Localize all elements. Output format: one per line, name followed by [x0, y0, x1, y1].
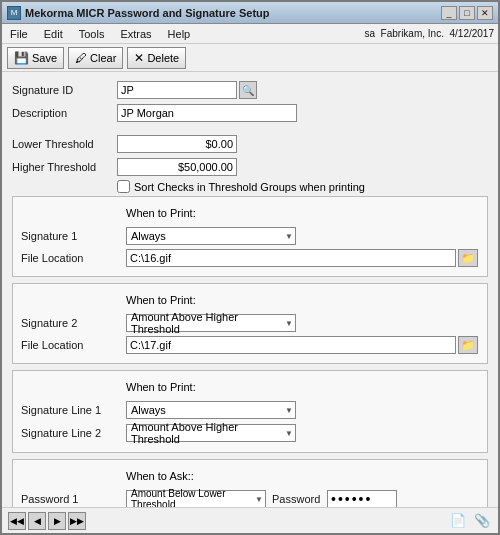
sig2-section-label: When to Print:	[126, 294, 196, 306]
password-section: When to Ask:: Password 1 Amount Below Lo…	[12, 459, 488, 507]
sort-checks-row: Sort Checks in Threshold Groups when pri…	[117, 180, 488, 193]
sig1-when-select[interactable]: Always ▼	[126, 227, 296, 245]
sig2-file-row: File Location 📁	[21, 336, 479, 354]
description-label: Description	[12, 107, 117, 119]
sigline-section-label: When to Print:	[126, 381, 196, 393]
lower-threshold-input[interactable]	[117, 135, 237, 153]
pwd1-chevron-down-icon: ▼	[255, 495, 263, 504]
app-icon: M	[7, 6, 21, 20]
menu-tools[interactable]: Tools	[75, 27, 109, 41]
pwd1-password-label: Password	[272, 493, 327, 505]
sig1-when-to-print-row: When to Print:	[21, 203, 479, 223]
delete-label: Delete	[147, 52, 179, 64]
sort-checks-checkbox[interactable]	[117, 180, 130, 193]
sigline1-chevron-down-icon: ▼	[285, 406, 293, 415]
pwd1-label: Password 1	[21, 493, 126, 505]
sig2-label: Signature 2	[21, 317, 126, 329]
notes-icon[interactable]: 📄	[448, 511, 468, 531]
company-label: Fabrikam, Inc.	[381, 28, 444, 39]
clear-label: Clear	[90, 52, 116, 64]
sig1-chevron-down-icon: ▼	[285, 232, 293, 241]
delete-button[interactable]: ✕ Delete	[127, 47, 186, 69]
sigline1-row: Signature Line 1 Always ▼	[21, 400, 479, 420]
higher-threshold-row: Higher Threshold	[12, 157, 488, 177]
sig1-file-input[interactable]	[126, 249, 456, 267]
menu-edit[interactable]: Edit	[40, 27, 67, 41]
status-bar: ◀◀ ◀ ▶ ▶▶ 📄 📎	[2, 507, 498, 533]
sigline2-chevron-down-icon: ▼	[285, 429, 293, 438]
pwd1-row: Password 1 Amount Below Lower Threshold …	[21, 489, 479, 507]
sig2-when-value: Amount Above Higher Threshold	[131, 311, 285, 335]
menu-file[interactable]: File	[6, 27, 32, 41]
clear-button[interactable]: 🖊 Clear	[68, 47, 123, 69]
sort-checks-label: Sort Checks in Threshold Groups when pri…	[134, 181, 365, 193]
sigline2-row: Signature Line 2 Amount Above Higher Thr…	[21, 423, 479, 443]
next-record-button[interactable]: ▶	[48, 512, 66, 530]
sig2-when-to-print-row: When to Print:	[21, 290, 479, 310]
sigline1-when-value: Always	[131, 404, 166, 416]
sigline-when-to-print-row: When to Print:	[21, 377, 479, 397]
sig1-file-label: File Location	[21, 252, 126, 264]
pwd1-when-select[interactable]: Amount Below Lower Threshold ▼	[126, 490, 266, 507]
pwd1-password-input[interactable]	[327, 490, 397, 507]
description-row: Description	[12, 103, 488, 123]
last-record-button[interactable]: ▶▶	[68, 512, 86, 530]
sig2-file-label: File Location	[21, 339, 126, 351]
main-window: M Mekorma MICR Password and Signature Se…	[0, 0, 500, 535]
signature1-section: When to Print: Signature 1 Always ▼ File…	[12, 196, 488, 277]
window-title: Mekorma MICR Password and Signature Setu…	[25, 7, 270, 19]
menu-help[interactable]: Help	[164, 27, 195, 41]
save-icon: 💾	[14, 51, 29, 65]
signature-id-input[interactable]	[117, 81, 237, 99]
delete-icon: ✕	[134, 51, 144, 65]
sigline2-when-select[interactable]: Amount Above Higher Threshold ▼	[126, 424, 296, 442]
sig1-file-row: File Location 📁	[21, 249, 479, 267]
signature-id-label: Signature ID	[12, 84, 117, 96]
navigation-buttons: ◀◀ ◀ ▶ ▶▶	[8, 512, 86, 530]
menu-extras[interactable]: Extras	[116, 27, 155, 41]
search-button[interactable]: 🔍	[239, 81, 257, 99]
form-content: Signature ID 🔍 Description Lower Thresho…	[2, 72, 498, 507]
pwd1-when-value: Amount Below Lower Threshold	[131, 488, 255, 507]
description-input[interactable]	[117, 104, 297, 122]
toolbar: 💾 Save 🖊 Clear ✕ Delete	[2, 44, 498, 72]
sig2-row: Signature 2 Amount Above Higher Threshol…	[21, 313, 479, 333]
user-label: sa	[364, 28, 375, 39]
sig1-row: Signature 1 Always ▼	[21, 226, 479, 246]
sig2-folder-button[interactable]: 📁	[458, 336, 478, 354]
save-label: Save	[32, 52, 57, 64]
sig2-file-input[interactable]	[126, 336, 456, 354]
sigline2-when-value: Amount Above Higher Threshold	[131, 421, 285, 445]
title-bar: M Mekorma MICR Password and Signature Se…	[2, 2, 498, 24]
save-button[interactable]: 💾 Save	[7, 47, 64, 69]
sigline1-when-select[interactable]: Always ▼	[126, 401, 296, 419]
sig2-when-select[interactable]: Amount Above Higher Threshold ▼	[126, 314, 296, 332]
higher-threshold-label: Higher Threshold	[12, 161, 117, 173]
sigline2-label: Signature Line 2	[21, 427, 126, 439]
sigline-section: When to Print: Signature Line 1 Always ▼…	[12, 370, 488, 453]
higher-threshold-input[interactable]	[117, 158, 237, 176]
clear-icon: 🖊	[75, 51, 87, 65]
restore-button[interactable]: □	[459, 6, 475, 20]
minimize-button[interactable]: _	[441, 6, 457, 20]
lower-threshold-label: Lower Threshold	[12, 138, 117, 150]
prev-record-button[interactable]: ◀	[28, 512, 46, 530]
signature-id-row: Signature ID 🔍	[12, 80, 488, 100]
menu-bar: File Edit Tools Extras Help sa Fabrikam,…	[2, 24, 498, 44]
pwd-section-label: When to Ask::	[126, 470, 194, 482]
signature2-section: When to Print: Signature 2 Amount Above …	[12, 283, 488, 364]
lower-threshold-row: Lower Threshold	[12, 134, 488, 154]
sig1-folder-button[interactable]: 📁	[458, 249, 478, 267]
sig1-section-text: When to Print:	[126, 207, 196, 219]
sig2-chevron-down-icon: ▼	[285, 319, 293, 328]
close-button[interactable]: ✕	[477, 6, 493, 20]
attachments-icon[interactable]: 📎	[472, 511, 492, 531]
pwd-when-to-ask-row: When to Ask::	[21, 466, 479, 486]
sig1-label: Signature 1	[21, 230, 126, 242]
sigline1-label: Signature Line 1	[21, 404, 126, 416]
company-info: sa Fabrikam, Inc. 4/12/2017	[364, 28, 494, 39]
sig1-when-value: Always	[131, 230, 166, 242]
date-label: 4/12/2017	[450, 28, 495, 39]
first-record-button[interactable]: ◀◀	[8, 512, 26, 530]
